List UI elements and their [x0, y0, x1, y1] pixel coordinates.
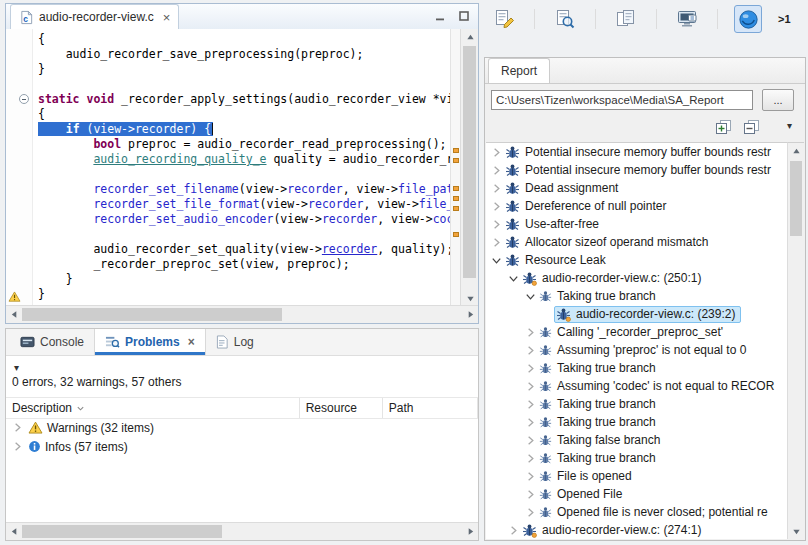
tree-item[interactable]: Potential insecure memory buffer bounds …	[486, 161, 790, 179]
collapse-all-button[interactable]	[741, 118, 761, 136]
tree-item[interactable]: audio-recorder-view.c: (250:1)	[486, 269, 790, 287]
editor-vertical-scrollbar[interactable]	[460, 29, 478, 306]
scrollbar-thumb[interactable]	[22, 308, 282, 321]
scrollbar-thumb[interactable]	[22, 525, 222, 538]
tab-log[interactable]: Log	[206, 329, 264, 355]
close-icon[interactable]: ×	[163, 10, 171, 25]
expand-chevron[interactable]	[489, 235, 503, 249]
code-line[interactable]: audio_recorder_save_preprocessing(prepro…	[38, 47, 450, 62]
scroll-up-arrow[interactable]	[462, 29, 478, 45]
toolbar-overflow[interactable]: >1	[778, 13, 791, 25]
editor-gutter[interactable]	[6, 29, 33, 306]
code-line[interactable]	[38, 167, 450, 182]
tree-item[interactable]: Dead assignment	[486, 179, 790, 197]
close-icon[interactable]: ×	[188, 335, 195, 349]
expand-chevron[interactable]	[523, 289, 537, 303]
expand-all-button[interactable]	[713, 118, 733, 136]
tree-vertical-scrollbar[interactable]	[787, 142, 804, 539]
problems-horizontal-scrollbar[interactable]	[6, 522, 478, 540]
tab-report[interactable]: Report	[488, 58, 550, 83]
warning-marker[interactable]	[453, 186, 459, 191]
scroll-right-arrow[interactable]	[462, 306, 478, 322]
table-row[interactable]: Warnings (32 items)	[6, 418, 478, 437]
tab-console[interactable]: Console	[10, 329, 94, 355]
expand-chevron[interactable]	[523, 415, 537, 429]
scroll-right-arrow[interactable]	[462, 523, 478, 539]
problems-view-menu[interactable]: ▾	[14, 357, 19, 371]
tree-item[interactable]: Use-after-free	[486, 215, 790, 233]
tree-item[interactable]: Potential insecure memory buffer bounds …	[486, 143, 790, 161]
code-line[interactable]: audio_recording_quality_e quality = audi…	[38, 152, 450, 167]
expand-chevron[interactable]	[523, 397, 537, 411]
code-line[interactable]: if (view->recorder) {	[38, 122, 450, 137]
tree-item[interactable]: Taking true branch	[486, 395, 790, 413]
scroll-down-arrow[interactable]	[788, 523, 804, 539]
expand-chevron[interactable]	[506, 523, 520, 537]
maximize-button[interactable]	[456, 8, 472, 24]
code-line[interactable]: recorder_set_filename(view->recorder, vi…	[38, 182, 450, 197]
compare-report-button[interactable]	[612, 5, 640, 33]
code-line[interactable]: recorder_set_audio_encoder(view->recorde…	[38, 212, 450, 227]
code-line[interactable]: {	[38, 32, 450, 47]
expand-chevron[interactable]	[523, 469, 537, 483]
code-line[interactable]: }	[38, 272, 450, 287]
code-line[interactable]: }	[38, 62, 450, 77]
expand-chevron[interactable]	[523, 379, 537, 393]
expand-chevron[interactable]	[489, 217, 503, 231]
expand-chevron[interactable]	[10, 440, 24, 454]
code-area[interactable]: { audio_recorder_save_preprocessing(prep…	[33, 29, 450, 306]
expand-chevron[interactable]	[523, 325, 537, 339]
tree-item[interactable]: Calling '_recorder_preproc_set'	[486, 323, 790, 341]
tree-item[interactable]: Taking true branch	[486, 413, 790, 431]
expand-chevron[interactable]	[489, 145, 503, 159]
tree-item[interactable]: Opened File	[486, 485, 790, 503]
edit-source-button[interactable]	[490, 5, 518, 33]
scroll-left-arrow[interactable]	[6, 523, 22, 539]
column-header-resource[interactable]: Resource	[300, 398, 383, 418]
editor-horizontal-scrollbar[interactable]	[6, 305, 478, 323]
tree-item[interactable]: Taking true branch	[486, 287, 790, 305]
browse-button[interactable]: ...	[762, 89, 794, 111]
tree-item[interactable]: Resource Leak	[486, 251, 790, 269]
table-row[interactable]: Infos (57 items)	[6, 437, 478, 456]
scroll-down-arrow[interactable]	[462, 290, 478, 306]
scroll-left-arrow[interactable]	[6, 306, 22, 322]
column-header-description[interactable]: Description	[6, 398, 300, 418]
tree-item[interactable]: audio-recorder-view.c: (239:2)	[486, 305, 790, 323]
code-line[interactable]: static void _recorder_apply_settings(aud…	[38, 92, 450, 107]
warning-annotation-icon[interactable]	[8, 288, 21, 300]
expand-chevron[interactable]	[10, 421, 24, 435]
editor-tab[interactable]: c audio-recorder-view.c ×	[10, 4, 179, 29]
code-line[interactable]	[38, 77, 450, 92]
expand-chevron[interactable]	[489, 181, 503, 195]
expand-chevron[interactable]	[523, 361, 537, 375]
tree-item[interactable]: Dereference of null pointer	[486, 197, 790, 215]
expand-chevron[interactable]	[523, 343, 537, 357]
expand-chevron[interactable]	[523, 505, 537, 519]
tree-item[interactable]: Allocator sizeof operand mismatch	[486, 233, 790, 251]
expand-chevron[interactable]	[489, 199, 503, 213]
expand-chevron[interactable]	[523, 451, 537, 465]
warning-marker[interactable]	[453, 148, 459, 153]
column-header-path[interactable]: Path	[383, 398, 478, 418]
tree-item[interactable]: Assuming 'codec' is not equal to RECOR	[486, 377, 790, 395]
minimize-button[interactable]	[432, 8, 448, 24]
code-line[interactable]: audio_recorder_set_quality(view->recorde…	[38, 242, 450, 257]
tree-item[interactable]: File is opened	[486, 467, 790, 485]
tree-item[interactable]: Taking true branch	[486, 359, 790, 377]
tree-item[interactable]: audio-recorder-view.c: (274:1)	[486, 521, 790, 539]
code-line[interactable]: {	[38, 107, 450, 122]
code-line[interactable]: _recorder_preproc_set(view, preproc);	[38, 257, 450, 272]
code-line[interactable]: bool preproc = audio_recorder_read_prepr…	[38, 137, 450, 152]
static-analyzer-button[interactable]	[734, 5, 762, 33]
code-line[interactable]	[38, 227, 450, 242]
warning-marker[interactable]	[453, 158, 459, 163]
device-monitor-button[interactable]	[673, 5, 701, 33]
expand-chevron[interactable]	[489, 163, 503, 177]
scrollbar-thumb[interactable]	[463, 46, 476, 278]
code-line[interactable]: recorder_set_file_format(view->recorder,…	[38, 197, 450, 212]
tree-item[interactable]: Opened file is never closed; potential r…	[486, 503, 790, 521]
expand-chevron[interactable]	[523, 487, 537, 501]
expand-chevron[interactable]	[489, 253, 503, 267]
inspect-report-button[interactable]	[551, 5, 579, 33]
